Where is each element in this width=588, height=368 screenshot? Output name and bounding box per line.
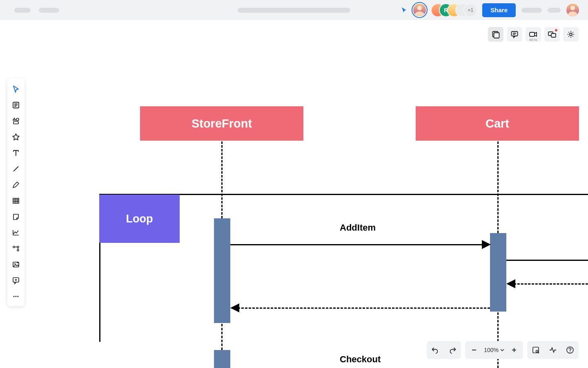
bottom-toolbar: 100%: [427, 341, 579, 359]
zoom-out-button[interactable]: [467, 341, 481, 359]
message-additem-label[interactable]: AddItem: [340, 222, 376, 233]
help-button[interactable]: [561, 341, 579, 359]
message-checkout-label[interactable]: Checkout: [340, 354, 381, 365]
minus-icon: [471, 347, 477, 353]
view-group: [527, 341, 579, 359]
participant-cart[interactable]: Cart: [416, 106, 579, 141]
message-return-cart-line[interactable]: [514, 283, 588, 285]
message-return-cart-arrow-icon: [506, 279, 515, 288]
svg-point-37: [570, 352, 570, 352]
plus-icon: [511, 347, 517, 353]
help-icon: [566, 346, 574, 354]
activation-storefront-2[interactable]: [214, 350, 230, 368]
message-return-storefront-line[interactable]: [238, 307, 490, 309]
loop-fragment-label[interactable]: Loop: [99, 195, 180, 243]
message-out-line[interactable]: [506, 260, 588, 261]
participant-storefront[interactable]: StoreFront: [140, 106, 303, 141]
undo-button[interactable]: [427, 341, 444, 359]
zoom-level-dropdown[interactable]: 100%: [481, 347, 507, 353]
minimap-icon: [532, 346, 540, 354]
svg-point-34: [536, 350, 538, 352]
activity-button[interactable]: [544, 341, 561, 359]
message-return-storefront-arrow-icon: [230, 303, 239, 312]
zoom-group: 100%: [465, 341, 523, 359]
minimap-button[interactable]: [527, 341, 544, 359]
zoom-in-button[interactable]: [507, 341, 521, 359]
undo-icon: [431, 346, 439, 354]
zoom-level-label: 100%: [484, 347, 499, 353]
redo-icon: [448, 346, 457, 354]
message-additem-line[interactable]: [230, 244, 483, 245]
chevron-down-icon: [500, 348, 504, 352]
canvas[interactable]: StoreFront Cart Loop AddItem Checkout: [0, 0, 588, 368]
message-additem-arrow-icon: [482, 240, 491, 249]
history-group: [427, 341, 461, 359]
redo-button[interactable]: [444, 341, 461, 359]
activity-icon: [549, 346, 557, 354]
